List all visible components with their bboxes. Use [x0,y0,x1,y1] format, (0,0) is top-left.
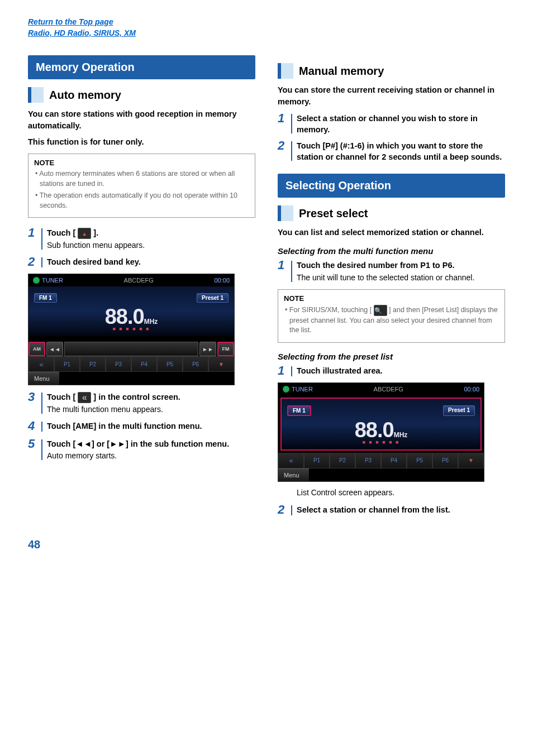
preset-step-1-title: Touch the desired number from P1 to P6. [297,260,505,271]
step-number: 5 [28,438,40,450]
preset-p3[interactable]: P3 [106,356,131,372]
preset-p2[interactable]: P2 [80,356,106,372]
list-step-1-title: Touch illustrated area. [297,366,505,377]
auto-memory-desc1: You can store stations with good recepti… [28,108,255,132]
auto-memory-desc2: This function is for tuner only. [28,136,255,148]
top-links: Return to the Top page Radio, HD Radio, … [28,17,505,39]
fm-button[interactable]: FM [217,342,234,356]
preset-p1[interactable]: P1 [54,356,80,372]
band-badge: FM 1 [34,293,57,303]
step-5-title: Touch [◄◄] or [►►] in the sub function m… [47,439,255,450]
preset-p3[interactable]: P3 [355,453,381,468]
step-number: 1 [278,112,290,125]
seek-fwd-button[interactable]: ►► [199,342,216,356]
ss-dial-row: AM ◄◄ ►► FM [28,342,234,356]
preset-badge: Preset 1 [197,293,229,303]
preset-p5[interactable]: P5 [407,453,432,468]
step-number: 2 [278,140,290,152]
step-bar [291,261,292,281]
step-content: Touch desired band key. [47,256,255,268]
step-1-desc: Sub function menu appears. [47,240,255,251]
note-item-1: Auto memory terminates when 6 stations a… [34,169,249,189]
preset-p4[interactable]: P4 [131,356,157,372]
up-arrow-icon [78,228,91,239]
ss-main-highlighted[interactable]: FM 1 Preset 1 88.0MHz ■ ■ ■ ■ ■ ■ [280,398,482,451]
freq-value: 88.0 [355,419,394,441]
step-content: Touch [P#] (#:1-6) in which you want to … [297,140,505,162]
step-3-title: Touch [ ] in the control screen. [47,392,255,403]
preset-p6[interactable]: P6 [183,356,208,372]
left-column: Memory Operation Auto memory You can sto… [28,55,255,521]
auto-memory-header: Auto memory [28,87,255,103]
list-step-2: 2 Select a station or channel from the l… [278,504,505,517]
step-1: 1 Touch [ ]. Sub function menu appears. [28,227,255,251]
preset-p4[interactable]: P4 [381,453,407,468]
preset-p1[interactable]: P1 [304,453,330,468]
step-5: 5 Touch [◄◄] or [►►] in the sub function… [28,438,255,462]
menu-button[interactable]: Menu [278,468,309,481]
section-link[interactable]: Radio, HD Radio, SIRIUS, XM [28,28,505,39]
tuner-screenshot-1: TUNER ABCDEFG 00:00 FM 1 Preset 1 88.0MH… [28,274,235,385]
preset-sub-icon[interactable]: ▼ [208,356,234,372]
ss-main: FM 1 Preset 1 88.0MHz ■ ■ ■ ■ ■ ■ [28,286,234,336]
selecting-operation-header: Selecting Operation [278,174,505,198]
tuner-icon [33,277,40,284]
preset-select-title: Preset select [299,207,368,220]
preset-select-header: Preset select [278,205,505,221]
step-content: Touch illustrated area. [297,365,505,377]
ss-title: TUNER [283,386,313,393]
step-bar [41,393,42,414]
manual-memory-title: Manual memory [299,65,384,78]
chevron-left-icon [78,392,91,403]
step-number: 1 [278,259,290,271]
preset-p6[interactable]: P6 [432,453,458,468]
return-link[interactable]: Return to the Top page [28,17,505,28]
preset-sub-icon[interactable]: ▼ [458,453,484,468]
ss-presets: « P1 P2 P3 P4 P5 P6 ▼ [28,356,234,372]
step-3-desc: The multi function menu appears. [47,404,255,415]
preset-p2[interactable]: P2 [330,453,355,468]
ss-topbar: TUNER ABCDEFG 00:00 [278,383,484,395]
step-2: 2 Touch desired band key. [28,256,255,269]
step-3: 3 Touch [ ] in the control screen. The m… [28,391,255,415]
preset-p5[interactable]: P5 [157,356,183,372]
ss-topbar: TUNER ABCDEFG 00:00 [28,274,234,286]
menu-button[interactable]: Menu [28,372,59,385]
tuner-icon [283,386,289,393]
tuner-screenshot-2: TUNER ABCDEFG 00:00 FM 1 Preset 1 88.0MH… [278,382,484,482]
step-2-title: Touch desired band key. [47,257,255,268]
step-bar [41,439,42,460]
step-bar [291,114,292,133]
step-content: Touch [AME] in the multi function menu. [47,420,255,432]
step-number: 1 [278,365,290,377]
list-step-1-desc: List Control screen appears. [297,487,505,499]
multi-function-heading: Selecting from the multi function menu [278,246,505,256]
manual-step-2-title: Touch [P#] (#:1-6) in which you want to … [297,141,505,162]
step-number: 4 [28,420,40,432]
ss-indicators: ■ ■ ■ ■ ■ ■ [287,439,475,445]
header-block-icon [278,63,293,79]
ss-indicators: ■ ■ ■ ■ ■ ■ [34,326,229,332]
manual-memory-desc: You can store the current receiving stat… [278,84,505,108]
step-5-desc: Auto memory starts. [47,451,255,462]
right-column: Manual memory You can store the current … [278,55,505,521]
preset-list-heading: Selecting from the preset list [278,352,505,361]
header-block-icon [28,87,44,103]
freq-unit: MHz [394,431,408,439]
manual-memory-header: Manual memory [278,63,505,79]
am-button[interactable]: AM [28,342,45,356]
preset-chevron-left[interactable]: « [28,356,54,372]
band-badge-highlighted: FM 1 [287,405,311,416]
preset-badge: Preset 1 [443,405,475,416]
note-title: NOTE [34,159,249,167]
step-content: Touch [ ]. Sub function menu appears. [47,227,255,251]
preset-step-1-desc: The unit will tune to the selected stati… [297,272,505,284]
step-content: Select a station or channel you wish to … [297,112,505,135]
seek-back-button[interactable]: ◄◄ [46,342,63,356]
step-content: Touch the desired number from P1 to P6. … [297,259,505,283]
step-content: Touch [◄◄] or [►►] in the sub function m… [47,438,255,462]
preset-chevron-left[interactable]: « [278,453,304,468]
step-4-title: Touch [AME] in the multi function menu. [47,421,255,432]
search-icon [374,305,387,316]
page-number: 48 [28,538,505,551]
